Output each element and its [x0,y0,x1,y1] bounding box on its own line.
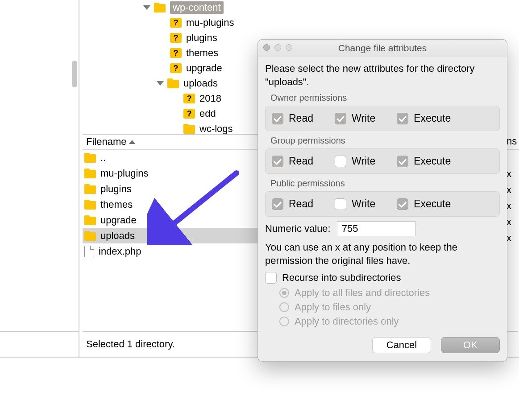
group-write-checkbox[interactable]: Write [335,155,375,167]
public-read-checkbox[interactable]: Read [272,198,313,210]
folder-icon [154,3,166,12]
unknown-folder-icon: ? [170,33,182,43]
left-pane-footer [0,331,79,357]
checkbox-icon [335,113,346,124]
group-execute-checkbox[interactable]: Execute [397,155,451,167]
chevron-down-icon [143,5,150,10]
checkbox-icon [272,156,283,167]
group-perm-label: Group permissions [270,136,500,146]
radio-icon [279,317,289,326]
owner-perm-label: Owner permissions [270,93,500,103]
sort-asc-icon [129,140,135,144]
owner-read-checkbox[interactable]: Read [272,112,313,124]
status-text: Selected 1 directory. [86,338,175,350]
file-name: upgrade [100,214,137,226]
tree-label: upgrade [186,62,222,74]
tree-label: plugins [186,32,217,44]
dialog-titlebar[interactable]: Change file attributes [258,40,507,57]
ok-button[interactable]: OK [441,337,500,353]
zoom-icon[interactable] [286,44,292,51]
close-icon[interactable] [263,44,270,51]
unknown-folder-icon: ? [183,109,195,119]
tree-label: edd [199,108,216,119]
radio-apply-dirs[interactable]: Apply to directories only [279,316,500,327]
public-perm-label: Public permissions [270,178,500,189]
unknown-folder-icon: ? [170,18,182,28]
tree-item[interactable]: ? mu-plugins [83,15,518,30]
tree-item-wp-content[interactable]: wp-content [83,0,518,15]
column-filename: Filename [86,136,135,148]
file-name: uploads [100,230,135,242]
folder-icon [84,184,96,194]
owner-write-checkbox[interactable]: Write [335,112,375,124]
folder-icon [84,153,96,163]
scrollbar-track [71,0,79,134]
checkbox-icon [335,156,346,167]
folder-icon [183,124,195,134]
left-bottom-strip [0,357,79,366]
checkbox-icon [272,113,283,124]
chevron-down-icon [157,81,164,86]
hint-text: You can use an x at any position to keep… [265,241,500,267]
checkbox-icon [397,198,408,210]
folder-icon [167,78,179,88]
owner-perm-box: Read Write Execute [265,106,500,131]
unknown-folder-icon: ? [170,63,182,73]
folder-icon [84,231,96,241]
checkbox-icon [265,272,277,284]
folder-icon [84,200,96,210]
tree-label: uploads [183,78,218,89]
cancel-button[interactable]: Cancel [372,337,431,353]
tree-label: themes [186,47,218,59]
group-perm-box: Read Write Execute [265,148,500,174]
folder-icon [84,169,96,178]
file-name: themes [100,199,133,210]
group-read-checkbox[interactable]: Read [272,155,313,167]
recurse-label: Recurse into subdirectories [282,272,401,284]
numeric-value-label: Numeric value: [265,223,331,235]
folder-icon [84,215,96,225]
tree-label: mu-plugins [186,17,234,29]
dialog-title: Change file attributes [258,43,507,54]
public-write-checkbox[interactable]: Write [335,198,375,210]
minimize-icon[interactable] [274,44,281,51]
left-pane [0,0,79,357]
scrollbar-thumb[interactable] [72,61,77,87]
tree-label: wp-content [170,1,224,14]
radio-icon [279,288,289,298]
file-name: mu-plugins [100,168,149,179]
checkbox-icon [397,156,408,167]
unknown-folder-icon: ? [183,94,195,103]
tree-label: 2018 [199,93,221,104]
radio-icon [279,302,289,312]
numeric-value-input[interactable] [337,221,415,236]
checkbox-icon [272,198,283,210]
owner-execute-checkbox[interactable]: Execute [397,112,451,124]
file-icon [84,246,94,257]
tree-label: wc-logs [199,123,233,135]
checkbox-icon [335,198,346,210]
public-execute-checkbox[interactable]: Execute [397,198,451,210]
column-label: Filename [86,136,126,148]
dialog-intro: Please select the new attributes for the… [265,62,500,88]
checkbox-icon [397,113,408,124]
file-name: .. [100,152,106,164]
file-name: index.php [99,246,141,257]
change-attributes-dialog: Change file attributes Please select the… [257,39,507,362]
recurse-checkbox[interactable]: Recurse into subdirectories [265,272,500,284]
window-controls [263,44,292,51]
public-perm-box: Read Write Execute [265,191,500,217]
radio-apply-all[interactable]: Apply to all files and directories [279,287,500,299]
file-name: plugins [100,183,132,195]
unknown-folder-icon: ? [170,48,182,58]
radio-apply-files[interactable]: Apply to files only [279,301,500,313]
recurse-options: Apply to all files and directories Apply… [279,287,500,327]
